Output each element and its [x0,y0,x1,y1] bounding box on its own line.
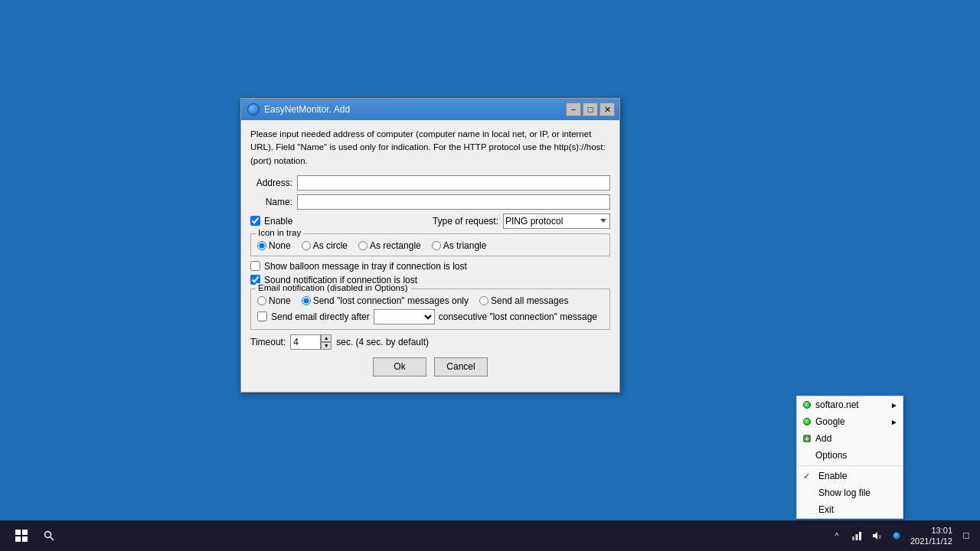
ctx-item-options[interactable]: Options [797,447,903,464]
email-group: Email notification (disabled in Options)… [250,289,610,330]
ctx-item-showlog[interactable]: Show log file [797,484,903,501]
ctx-softaro-label: softaro.net [815,399,859,410]
ctx-item-add[interactable]: + Add [797,430,903,447]
spinner-down[interactable]: ▼ [321,342,332,350]
email-radio-row: None Send "lost connection" messages onl… [257,292,603,306]
enable-row: Enable Type of request: PING protocol TC… [250,214,610,229]
address-row: Address: [250,175,610,191]
icon-in-tray-group: Icon in tray None As circle As rectan [250,233,610,256]
network-tray-icon[interactable] [849,528,864,543]
app-icon [247,103,260,116]
show-desktop-button[interactable] [959,528,974,543]
spinner-buttons: ▲ ▼ [321,334,332,350]
email-none[interactable]: None [257,295,291,306]
address-input[interactable] [297,175,610,191]
nm-tray-icon[interactable] [889,528,904,543]
ctx-enable-label: Enable [818,471,847,481]
radio-rectangle[interactable]: As rectangle [358,240,421,251]
minimize-button[interactable]: − [566,103,581,116]
dialog-footer: Ok Cancel [250,357,610,383]
name-input[interactable] [297,194,610,210]
search-taskbar-icon[interactable] [41,528,57,543]
windows-logo-icon [15,530,28,542]
ok-button[interactable]: Ok [373,357,426,377]
ctx-add-label: Add [815,433,831,444]
protocol-select-wrapper: PING protocol TCP HTTP [503,214,610,229]
ctx-google-arrow: ► [890,418,898,426]
email-send-lost[interactable]: Send "lost connection" messages only [302,295,469,306]
email-send-all[interactable]: Send all messages [479,295,568,306]
ctx-softaro-arrow: ► [890,401,898,409]
ctx-separator [797,465,903,466]
enable-checkbox[interactable] [250,216,260,226]
clock-time: 13:01 [910,525,952,536]
radio-none[interactable]: None [257,240,291,251]
dialog-titlebar: EasyNetMonitor. Add − □ ✕ [241,99,619,120]
ctx-showlog-label: Show log file [818,487,871,498]
timeout-label: Timeout: [250,337,286,347]
info-text: Please input needed address of computer … [250,128,610,168]
system-tray: ^ )) [829,528,904,543]
timeout-input[interactable] [290,334,321,350]
timeout-spinner: ▲ ▼ [290,334,332,350]
icon-radio-row: None As circle As rectangle As tria [257,237,603,251]
balloon-checkbox[interactable] [250,261,260,271]
icon-in-tray-label: Icon in tray [256,228,303,237]
tray-arrow-icon[interactable]: ^ [829,528,844,543]
protocol-select[interactable]: PING protocol TCP HTTP [503,214,610,229]
cancel-button[interactable]: Cancel [434,357,488,377]
taskbar-right: ^ )) [829,525,974,547]
name-label: Name: [250,197,292,207]
svg-rect-4 [859,532,861,540]
ctx-item-softaro[interactable]: softaro.net ► [797,396,903,413]
add-dialog: EasyNetMonitor. Add − □ ✕ Please input n… [240,98,620,393]
ctx-exit-label: Exit [818,504,834,515]
radio-triangle[interactable]: As triangle [432,240,487,251]
type-of-request: Type of request: PING protocol TCP HTTP [433,214,610,229]
add-plus-icon: + [803,435,811,442]
volume-tray-icon[interactable]: )) [869,528,884,543]
enable-check-icon: ✓ [803,471,814,481]
desktop: EasyNetMonitor. Add − □ ✕ Please input n… [0,0,980,551]
name-row: Name: [250,194,610,210]
balloon-row: Show balloon message in tray if connecti… [250,261,610,272]
svg-text:)): )) [878,534,881,539]
ctx-item-exit[interactable]: Exit [797,501,903,518]
type-of-request-label: Type of request: [433,216,498,227]
spinner-up[interactable]: ▲ [321,334,332,342]
timeout-row: Timeout: ▲ ▼ sec. (4 sec. by default) [250,334,610,350]
svg-marker-5 [873,532,877,540]
maximize-button[interactable]: □ [583,103,598,116]
time-display: 13:01 2021/11/12 [910,525,952,547]
ctx-item-google[interactable]: Google ► [797,413,903,430]
email-directly-label: Send email directly after [271,311,370,322]
timeout-note: sec. (4 sec. by default) [336,337,429,347]
radio-circle[interactable]: As circle [302,240,348,251]
svg-rect-3 [855,534,858,540]
context-menu: softaro.net ► Google ► + Add Options ✓ E… [796,396,903,519]
email-group-label: Email notification (disabled in Options) [256,283,410,292]
enable-label: Enable [264,216,292,227]
dialog-body: Please input needed address of computer … [241,120,619,392]
dialog-controls: − □ ✕ [566,103,615,116]
google-dot-icon [803,418,811,425]
close-button[interactable]: ✕ [599,103,615,116]
email-consecutive-label: consecutive "lost connection" message [439,311,597,322]
address-label: Address: [250,178,292,188]
ctx-options-label: Options [815,450,847,461]
enable-left: Enable [250,216,292,227]
dialog-title-left: EasyNetMonitor. Add [247,103,350,116]
balloon-label: Show balloon message in tray if connecti… [264,261,467,272]
options-area: Enable Type of request: PING protocol TC… [250,214,610,350]
svg-rect-2 [852,536,854,540]
start-button[interactable] [6,523,37,548]
dialog-title: EasyNetMonitor. Add [264,104,350,115]
ctx-item-enable[interactable]: ✓ Enable [797,468,903,484]
svg-line-1 [51,537,54,541]
email-count-select[interactable]: 1 2 3 [374,309,435,324]
taskbar: ^ )) [0,520,980,551]
svg-point-0 [45,532,51,538]
ctx-google-label: Google [815,416,845,427]
email-directly-checkbox[interactable] [257,311,267,321]
email-directly-row: Send email directly after 1 2 3 consecut… [257,309,603,324]
